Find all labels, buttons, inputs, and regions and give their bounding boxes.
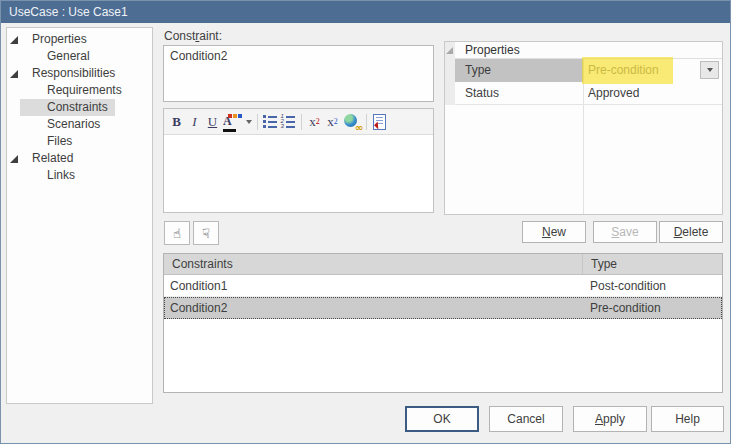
tree-item-related[interactable]: Related: [7, 150, 152, 167]
bullet-list-icon[interactable]: [262, 112, 279, 132]
tree-item-scenarios[interactable]: Scenarios: [7, 116, 152, 133]
tree-item-label: Scenarios: [20, 116, 107, 133]
apply-button[interactable]: Apply: [573, 406, 647, 432]
column-header-type[interactable]: Type: [582, 254, 722, 274]
tree-item-label: Files: [20, 133, 79, 150]
subscript-mark: 2: [334, 117, 338, 126]
table-row[interactable]: Condition1 Post-condition: [164, 275, 722, 297]
properties-panel: Properties Type Pre-condition Status App…: [444, 41, 723, 215]
ok-button[interactable]: OK: [405, 406, 479, 432]
delete-button[interactable]: Delete: [659, 221, 723, 243]
insert-document-icon[interactable]: [371, 112, 388, 132]
numbered-list-icon[interactable]: 1 2 3: [280, 112, 297, 132]
constraint-name-input[interactable]: Condition2: [163, 45, 434, 102]
save-button[interactable]: Save: [593, 221, 657, 243]
move-down-hand-button[interactable]: ☟: [193, 221, 219, 245]
usecase-properties-dialog: UseCase : Use Case1 Properties General R…: [0, 0, 731, 444]
toolbar-separator: [366, 114, 367, 130]
table-header: Constraints Type: [164, 254, 722, 275]
hand-up-icon: ☝: [173, 226, 181, 241]
property-value[interactable]: Approved: [583, 82, 722, 104]
superscript-icon[interactable]: x2: [306, 112, 323, 132]
tree-item-label: Responsibilities: [24, 65, 115, 82]
cancel-button[interactable]: Cancel: [489, 406, 563, 432]
color-bar: [223, 129, 236, 132]
richtext-toolbar: B I U A 1 2 3: [164, 109, 433, 135]
tree-item-constraints[interactable]: Constraints: [7, 99, 152, 116]
move-up-hand-button[interactable]: ☝: [164, 221, 190, 245]
notes-editor: B I U A 1 2 3: [163, 108, 434, 213]
bold-icon[interactable]: B: [168, 112, 185, 132]
toolbar-separator: [301, 114, 302, 130]
hand-down-icon: ☟: [202, 226, 210, 241]
property-row-type[interactable]: Type Pre-condition: [455, 59, 722, 82]
hyperlink-globe-icon[interactable]: ∞: [342, 112, 362, 132]
chain-link-icon: ∞: [355, 123, 363, 133]
property-row-status[interactable]: Status Approved: [455, 82, 722, 105]
tree-item-responsibilities[interactable]: Responsibilities: [7, 65, 152, 82]
font-color-icon[interactable]: A: [222, 112, 244, 132]
tree-item-label: Constraints: [20, 99, 115, 116]
constraints-table: Constraints Type Condition1 Post-conditi…: [163, 253, 723, 393]
type-dropdown-button[interactable]: [700, 61, 719, 79]
window-title: UseCase : Use Case1: [1, 1, 731, 23]
navigation-tree: Properties General Responsibilities Requ…: [6, 27, 153, 404]
properties-panel-title: Properties: [455, 42, 722, 59]
tree-item-label: Requirements: [20, 82, 129, 99]
subscript-icon[interactable]: x2: [324, 112, 341, 132]
collapse-triangle-icon[interactable]: [446, 47, 453, 54]
properties-gutter: [445, 42, 455, 105]
notes-textarea[interactable]: [164, 135, 433, 212]
help-button[interactable]: Help: [651, 406, 724, 432]
italic-icon[interactable]: I: [186, 112, 203, 132]
color-swatches: [228, 114, 242, 118]
expand-triangle-icon[interactable]: [10, 70, 18, 78]
underline-icon[interactable]: U: [204, 112, 221, 132]
expand-triangle-icon[interactable]: [10, 155, 18, 163]
cell-constraint: Condition2: [164, 297, 582, 318]
cell-type: Post-condition: [582, 275, 722, 296]
cell-constraint: Condition1: [164, 275, 582, 296]
constraint-field-label: Constraint:: [164, 29, 222, 44]
toolbar-separator: [257, 114, 258, 130]
tree-item-files[interactable]: Files: [7, 133, 152, 150]
font-color-dropdown-icon[interactable]: [245, 120, 253, 124]
tree-item-requirements[interactable]: Requirements: [7, 82, 152, 99]
new-button[interactable]: New: [522, 221, 586, 243]
property-name: Type: [455, 59, 583, 82]
expand-triangle-icon[interactable]: [10, 36, 18, 44]
column-header-constraints[interactable]: Constraints: [164, 254, 582, 274]
cell-type: Pre-condition: [582, 297, 722, 318]
tree-item-general[interactable]: General: [7, 48, 152, 65]
tree-item-label: General: [20, 48, 97, 65]
tree-item-label: Properties: [24, 31, 87, 48]
tree-item-label: Related: [24, 150, 73, 167]
tree-item-links[interactable]: Links: [7, 167, 152, 184]
superscript-mark: 2: [316, 117, 320, 126]
property-name: Status: [455, 82, 583, 104]
table-row[interactable]: Condition2 Pre-condition: [164, 297, 722, 319]
tree-item-properties[interactable]: Properties: [7, 31, 152, 48]
tree-item-label: Links: [20, 167, 82, 184]
